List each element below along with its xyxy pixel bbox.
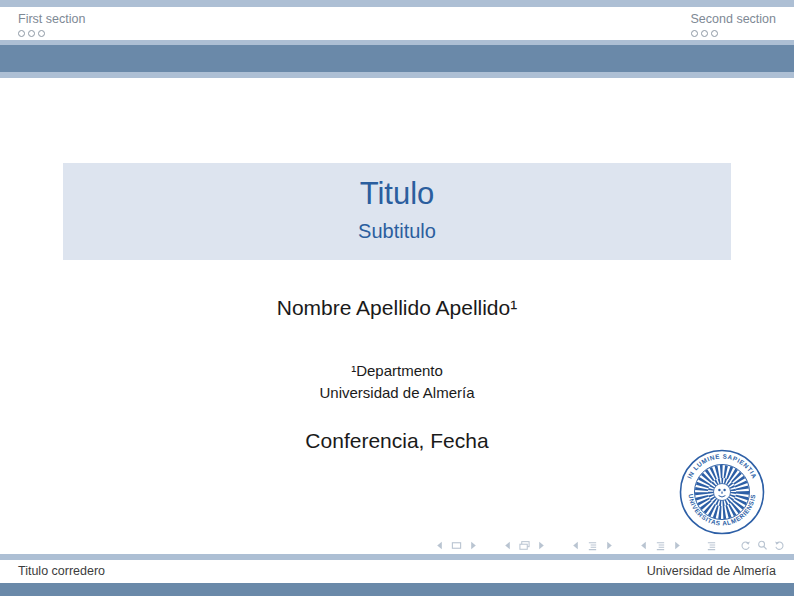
section-list-icon[interactable] xyxy=(655,540,666,551)
footer-short-title: Titulo corredero xyxy=(18,560,105,582)
header-blue-bar xyxy=(0,45,794,72)
frame-stack-icon[interactable] xyxy=(519,540,530,551)
header-first-section: First section xyxy=(18,12,85,37)
back-icon[interactable] xyxy=(740,540,751,551)
slide-title: Titulo xyxy=(63,177,731,211)
next-frame-icon[interactable] xyxy=(536,540,547,551)
prev-subsection-icon[interactable] xyxy=(570,540,581,551)
presentation-list-icon[interactable] xyxy=(706,540,717,551)
prev-slide-icon[interactable] xyxy=(434,540,445,551)
footer-blue-bar xyxy=(0,583,794,596)
institute-department: ¹Departmento xyxy=(0,360,794,382)
next-section-icon[interactable] xyxy=(672,540,683,551)
slide-dot[interactable] xyxy=(701,30,708,37)
prev-frame-icon[interactable] xyxy=(502,540,513,551)
footer-band: Titulo corredero Universidad de Almería xyxy=(0,560,794,583)
section-link-first[interactable]: First section xyxy=(18,12,85,27)
subsection-list-icon[interactable] xyxy=(587,540,598,551)
slide-dots-second-section[interactable] xyxy=(691,30,776,37)
header-second-section: Second section xyxy=(691,12,776,37)
slide-dot[interactable] xyxy=(711,30,718,37)
forward-icon[interactable] xyxy=(774,540,785,551)
institute-university: Universidad de Almería xyxy=(0,382,794,404)
conference-date: Conferencia, Fecha xyxy=(0,429,794,453)
beamer-title-slide: First section Second section Titulo Subt… xyxy=(0,0,794,596)
slide-dots-first-section[interactable] xyxy=(18,30,85,37)
prev-section-icon[interactable] xyxy=(638,540,649,551)
university-seal-logo: IN LUMINE SAPIENTIA UNIVERSITAS ALMERIEN… xyxy=(679,449,765,535)
section-link-second[interactable]: Second section xyxy=(691,12,776,27)
top-edge-stripe xyxy=(0,0,794,7)
next-slide-icon[interactable] xyxy=(468,540,479,551)
header-lower-stripe xyxy=(0,72,794,78)
next-subsection-icon[interactable] xyxy=(604,540,615,551)
search-icon[interactable] xyxy=(757,540,768,551)
slide-dot[interactable] xyxy=(18,30,25,37)
beamer-navigation-bar xyxy=(428,538,785,553)
slide-dot[interactable] xyxy=(28,30,35,37)
headline-bar: First section Second section xyxy=(0,7,794,40)
slide-dot[interactable] xyxy=(38,30,45,37)
footer-institution: Universidad de Almería xyxy=(647,560,776,582)
slide-frame-icon[interactable] xyxy=(451,540,462,551)
slide-subtitle: Subtitulo xyxy=(63,219,731,243)
title-box: Titulo Subtitulo xyxy=(63,163,731,260)
institute-block: ¹Departmento Universidad de Almería xyxy=(0,360,794,404)
slide-dot[interactable] xyxy=(691,30,698,37)
author-name: Nombre Apellido Apellido¹ xyxy=(0,296,794,320)
